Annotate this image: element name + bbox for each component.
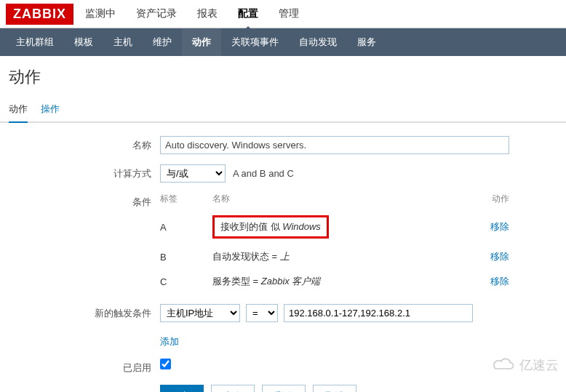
name-label: 名称 xyxy=(9,136,160,152)
enabled-label: 已启用 xyxy=(9,359,160,375)
topnav-reports[interactable]: 报表 xyxy=(188,3,226,25)
cond-tag: B xyxy=(160,252,212,263)
sub-nav: 主机群组 模板 主机 维护 动作 关联项事件 自动发现 服务 xyxy=(0,28,566,56)
cloud-icon xyxy=(492,358,517,372)
cond-name: 自动发现状态 = 上 xyxy=(212,250,474,263)
newcond-add-link[interactable]: 添加 xyxy=(160,335,179,348)
cond-head-name: 名称 xyxy=(212,193,474,205)
row-conditions: 条件 标签 名称 动作 A 接收到的值 似 Windows 移除 B 自动发现状… xyxy=(9,193,557,294)
cond-row-a: A 接收到的值 似 Windows 移除 xyxy=(160,209,509,244)
tab-action[interactable]: 动作 xyxy=(9,98,28,123)
subnav-maintenance[interactable]: 维护 xyxy=(143,28,182,56)
cancel-button[interactable]: 取消 xyxy=(313,385,356,392)
cond-name-highlighted: 接收到的值 似 Windows xyxy=(212,215,329,239)
clone-button[interactable]: 克隆 xyxy=(211,385,255,392)
newcond-value-input[interactable] xyxy=(284,304,473,322)
subnav-templates[interactable]: 模板 xyxy=(64,28,103,56)
tabs: 动作 操作 xyxy=(0,98,566,123)
cond-head-action: 动作 xyxy=(474,193,509,205)
cond-remove-link[interactable]: 移除 xyxy=(490,251,509,262)
cond-row-b: B 自动发现状态 = 上 移除 xyxy=(160,244,509,269)
subnav-services[interactable]: 服务 xyxy=(347,28,386,56)
subnav-hosts[interactable]: 主机 xyxy=(103,28,143,56)
cond-name: 服务类型 = Zabbix 客户端 xyxy=(212,275,474,288)
name-input[interactable] xyxy=(160,136,509,154)
calc-hint: A and B and C xyxy=(233,168,294,179)
cond-row-c: C 服务类型 = Zabbix 客户端 移除 xyxy=(160,269,509,294)
row-calc: 计算方式 与/或 A and B and C xyxy=(9,164,557,183)
watermark: 亿速云 xyxy=(492,356,559,374)
subnav-discovery[interactable]: 自动发现 xyxy=(289,28,347,56)
button-row: 更新 克隆 删除 取消 xyxy=(160,385,557,392)
calc-label: 计算方式 xyxy=(9,164,160,180)
logo: ZABBIX xyxy=(6,4,73,25)
cond-remove-link[interactable]: 移除 xyxy=(490,276,509,287)
subnav-actions[interactable]: 动作 xyxy=(182,28,221,56)
cond-tag: A xyxy=(160,222,212,233)
cond-head-tag: 标签 xyxy=(160,193,212,205)
row-newcond: 新的触发条件 主机IP地址 = 添加 xyxy=(9,304,557,348)
delete-button[interactable]: 删除 xyxy=(262,385,306,392)
topnav-inventory[interactable]: 资产记录 xyxy=(127,3,186,25)
cond-remove-link[interactable]: 移除 xyxy=(490,221,509,232)
top-bar: ZABBIX 监测中 资产记录 报表 配置 管理 xyxy=(0,0,566,28)
cond-label: 条件 xyxy=(9,193,160,209)
update-button[interactable]: 更新 xyxy=(160,385,204,392)
topnav-monitoring[interactable]: 监测中 xyxy=(76,3,124,25)
enabled-checkbox[interactable] xyxy=(160,359,171,369)
newcond-type-select[interactable]: 主机IP地址 xyxy=(160,304,240,322)
subnav-event-correlation[interactable]: 关联项事件 xyxy=(221,28,289,56)
form: 名称 计算方式 与/或 A and B and C 条件 标签 名称 动作 A xyxy=(0,123,566,392)
page-title: 动作 xyxy=(0,56,566,98)
row-name: 名称 xyxy=(9,136,557,154)
cond-tag: C xyxy=(160,276,212,287)
newcond-op-select[interactable]: = xyxy=(246,304,278,322)
calc-select[interactable]: 与/或 xyxy=(160,164,226,183)
subnav-hostgroups[interactable]: 主机群组 xyxy=(6,28,64,56)
topnav-configuration[interactable]: 配置 xyxy=(229,3,267,25)
topnav-administration[interactable]: 管理 xyxy=(270,3,308,25)
tab-operations[interactable]: 操作 xyxy=(41,98,60,121)
newcond-label: 新的触发条件 xyxy=(9,304,160,320)
conditions-table: 标签 名称 动作 A 接收到的值 似 Windows 移除 B 自动发现状态 =… xyxy=(160,193,509,294)
row-enabled: 已启用 xyxy=(9,359,557,375)
